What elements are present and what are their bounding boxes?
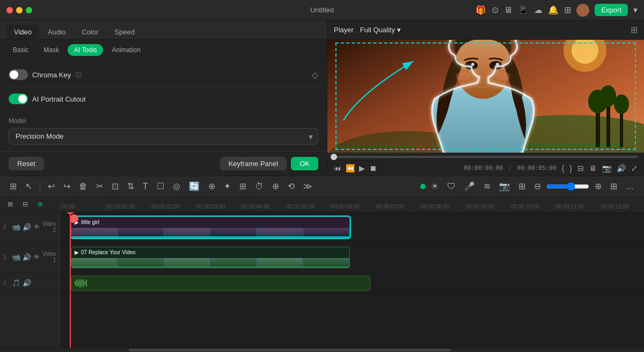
gift-icon[interactable]: 🎁 (475, 5, 486, 15)
tab-video[interactable]: Video (6, 25, 39, 39)
tool-redo-icon[interactable]: ↪ (60, 179, 74, 193)
tool-more-options-icon[interactable]: … (623, 179, 638, 193)
track-1-eye-icon[interactable]: 👁 (33, 253, 40, 261)
snap-icon[interactable]: ⊕ (34, 198, 46, 210)
svg-point-10 (614, 95, 629, 114)
ruler-mark-6: 00:00:06:00 (330, 204, 375, 212)
audio-track-icon[interactable]: 🎵 (12, 279, 20, 287)
chroma-key-toggle[interactable] (9, 69, 28, 80)
grid-view-icon[interactable]: ⊞ (631, 25, 638, 34)
tool-sun-icon[interactable]: ☀ (428, 179, 442, 193)
tool-draw-icon[interactable]: ◎ (170, 179, 184, 193)
wave-bar (86, 279, 87, 287)
cloud-icon[interactable]: ☁ (534, 5, 543, 15)
tool-grid-layout-icon[interactable]: ⊞ (607, 179, 620, 193)
playhead-marker (70, 214, 78, 223)
sub-tab-mask[interactable]: Mask (37, 44, 65, 56)
tool-adjust-icon[interactable]: ⟲ (284, 179, 298, 193)
tool-delete-icon[interactable]: 🗑 (76, 179, 91, 193)
export-button[interactable]: Export (595, 4, 628, 16)
step-back-icon[interactable]: ⏪ (346, 164, 355, 173)
ai-portrait-toggle[interactable] (9, 94, 28, 104)
track-1-video-icon[interactable]: 📹 (12, 253, 20, 261)
tool-cam-icon[interactable]: 📷 (496, 179, 513, 193)
screen-icon[interactable]: 🖥 (504, 5, 513, 15)
skip-back-icon[interactable]: ⏮ (334, 164, 341, 173)
export-dropdown-icon[interactable]: ▾ (633, 5, 638, 15)
tool-add-icon[interactable]: ⊕ (205, 179, 218, 193)
girl-clip-label: ▶ little girl (71, 217, 349, 228)
tool-effect-icon[interactable]: ✦ (221, 179, 234, 193)
progress-track[interactable] (334, 156, 638, 158)
track-2-audio-icon[interactable]: 🔊 (23, 223, 31, 231)
tool-cut-icon[interactable]: ✂ (93, 179, 106, 193)
tool-import-icon[interactable]: ⊞ (515, 179, 529, 193)
tab-speed[interactable]: Speed (107, 25, 142, 39)
close-button[interactable] (6, 7, 13, 13)
tool-timer-icon[interactable]: ⏱ (252, 179, 267, 193)
tool-zoom-plus-icon[interactable]: ⊕ (591, 179, 605, 193)
model-select[interactable]: Precision Mode Fast Mode High Quality Mo… (9, 128, 318, 145)
bracket-close-icon[interactable]: } (569, 164, 572, 173)
girl-clip[interactable]: ▶ little girl (71, 217, 350, 238)
tool-shield-icon[interactable]: 🛡 (444, 179, 459, 193)
tool-mic-icon[interactable]: 🎤 (461, 179, 478, 193)
chroma-key-expand-icon[interactable]: ◇ (312, 70, 318, 80)
tool-trim-icon[interactable]: ⊡ (108, 179, 122, 193)
tool-shape-icon[interactable]: ☐ (153, 179, 167, 193)
tool-zoom-icon[interactable]: ⊕ (269, 179, 282, 193)
split-icon[interactable]: ⊟ (577, 164, 584, 173)
minimize-button[interactable] (16, 7, 23, 13)
tool-text-icon[interactable]: T (140, 179, 151, 193)
bell-icon[interactable]: 🔔 (548, 5, 559, 15)
sub-tab-ai-tools[interactable]: AI Tools (68, 44, 103, 56)
device-icon[interactable]: 📱 (518, 5, 529, 15)
track-1-audio-icon[interactable]: 🔊 (23, 253, 31, 261)
audio-volume-icon[interactable]: 🔊 (23, 279, 31, 287)
tool-merge-icon[interactable]: ⊞ (236, 179, 250, 193)
track-2-control: 2 📹 🔊 👁 Video 2 (0, 212, 60, 242)
tool-wave-icon[interactable]: ≋ (480, 179, 494, 193)
track-2-eye-icon[interactable]: 👁 (33, 223, 40, 231)
volume-icon[interactable]: 🔊 (617, 164, 626, 173)
playhead[interactable] (70, 212, 71, 348)
tab-audio[interactable]: Audio (40, 25, 73, 39)
tool-layout-icon[interactable]: ⊞ (6, 179, 20, 193)
landscape-clip[interactable]: ▶ 07 Replace Your Video (71, 247, 350, 268)
bracket-open-icon[interactable]: { (562, 164, 565, 173)
audio-clip[interactable] (71, 276, 370, 291)
timeline-scrollbar[interactable] (0, 348, 644, 352)
sub-tab-basic[interactable]: Basic (6, 44, 35, 56)
reset-button[interactable]: Reset (9, 157, 44, 170)
quality-selector[interactable]: Full Quality ▾ (360, 26, 401, 34)
fullscreen-icon[interactable]: ⤢ (631, 164, 638, 173)
tool-more-icon[interactable]: ≫ (300, 179, 316, 193)
ok-button[interactable]: OK (291, 157, 318, 170)
track-2-video-icon[interactable]: 📹 (12, 223, 20, 231)
tool-rotate-icon[interactable]: 🔄 (186, 179, 203, 193)
keyframe-panel-button[interactable]: Keyframe Panel (220, 157, 287, 170)
chroma-key-info-icon[interactable]: ⓘ (75, 71, 81, 79)
scrollbar-thumb[interactable] (129, 349, 451, 351)
fullscreen-button[interactable] (26, 7, 32, 13)
circle-icon[interactable]: ⊙ (492, 5, 499, 15)
stop-icon[interactable]: ⏹ (369, 164, 377, 173)
camera-icon[interactable]: 📷 (602, 164, 611, 173)
tool-cursor-icon[interactable]: ↖ (22, 179, 35, 193)
collapse-icon[interactable]: ⊟ (19, 198, 31, 210)
tool-undo-icon[interactable]: ↩ (45, 179, 58, 193)
grid-icon[interactable]: ⊞ (564, 5, 571, 15)
chroma-key-row: Chroma Key ⓘ ◇ (9, 69, 318, 80)
tool-split-icon[interactable]: ⇅ (124, 179, 137, 193)
tab-color[interactable]: Color (74, 25, 106, 39)
sub-tab-animation[interactable]: Animation (105, 44, 147, 56)
progress-thumb[interactable] (331, 154, 337, 160)
player-progress[interactable] (327, 153, 644, 160)
zoom-slider[interactable] (546, 182, 589, 191)
model-select-wrapper: Precision Mode Fast Mode High Quality Mo… (9, 128, 318, 145)
tool-zoom-minus-icon[interactable]: ⊖ (531, 179, 544, 193)
add-track-icon[interactable]: ⊞ (4, 198, 16, 210)
play-icon[interactable]: ▶ (359, 164, 365, 173)
avatar[interactable] (576, 4, 589, 17)
monitor-icon[interactable]: 🖥 (589, 164, 597, 173)
